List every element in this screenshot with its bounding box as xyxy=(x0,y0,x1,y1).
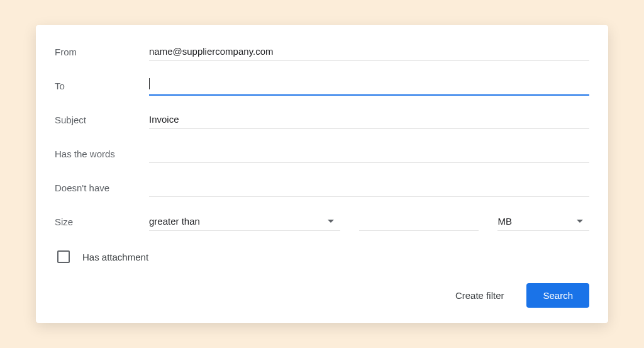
has-attachment-row: Has attachment xyxy=(55,250,589,263)
search-filter-card: From To Subject Has the words Doesn't ha… xyxy=(36,25,608,323)
has-words-row: Has the words xyxy=(55,142,589,165)
doesnt-have-input-wrap xyxy=(149,178,589,197)
has-attachment-label: Has attachment xyxy=(82,252,148,262)
has-words-input-wrap xyxy=(149,144,589,163)
has-words-label: Has the words xyxy=(55,149,149,159)
size-row: Size greater than MB xyxy=(55,210,589,233)
size-operator-value: greater than xyxy=(149,216,200,227)
subject-input-wrap xyxy=(149,110,589,129)
create-filter-button[interactable]: Create filter xyxy=(450,285,509,306)
subject-input[interactable] xyxy=(149,110,589,129)
text-caret-icon xyxy=(149,78,150,89)
size-unit-value: MB xyxy=(497,216,512,227)
from-input-wrap xyxy=(149,42,589,61)
search-button[interactable]: Search xyxy=(526,283,589,308)
footer-actions: Create filter Search xyxy=(55,283,589,308)
has-words-input[interactable] xyxy=(149,144,589,163)
chevron-down-icon xyxy=(328,220,334,223)
to-label: To xyxy=(55,81,149,91)
doesnt-have-label: Doesn't have xyxy=(55,182,149,193)
doesnt-have-input[interactable] xyxy=(149,178,589,197)
chevron-down-icon xyxy=(577,220,583,223)
to-row: To xyxy=(55,74,589,97)
subject-row: Subject xyxy=(55,108,589,131)
size-operator-select[interactable]: greater than xyxy=(149,212,340,231)
subject-label: Subject xyxy=(55,115,149,125)
from-input[interactable] xyxy=(149,42,589,61)
has-attachment-checkbox[interactable] xyxy=(57,250,70,263)
from-row: From xyxy=(55,40,589,63)
to-input[interactable] xyxy=(149,76,589,96)
size-label: Size xyxy=(55,216,149,227)
to-input-wrap xyxy=(149,76,589,96)
size-unit-select[interactable]: MB xyxy=(497,212,589,231)
size-value-input[interactable] xyxy=(359,212,479,231)
from-label: From xyxy=(55,47,149,57)
doesnt-have-row: Doesn't have xyxy=(55,176,589,199)
